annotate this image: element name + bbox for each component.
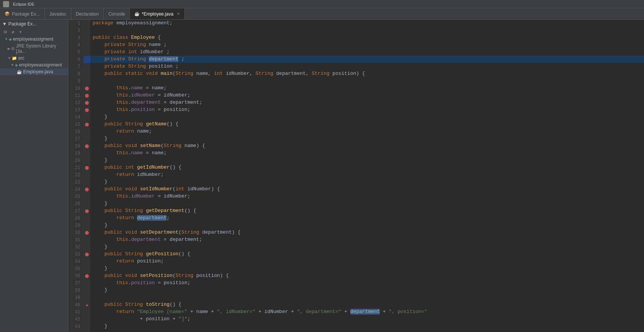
gutter-cell[interactable] [83, 20, 90, 27]
gutter-cell[interactable] [83, 330, 90, 332]
gutter-cell[interactable] [83, 142, 90, 150]
code-line[interactable]: return position; [90, 258, 644, 265]
sidebar-item-employee-java[interactable]: ☕ Employee.java [0, 68, 68, 75]
code-line[interactable]: } [90, 323, 644, 330]
gutter-cell[interactable] [83, 265, 90, 272]
code-line[interactable] [90, 330, 644, 332]
gutter-cell[interactable] [83, 193, 90, 200]
gutter-cell[interactable] [83, 280, 90, 287]
gutter-cell[interactable]: ▲ [83, 301, 90, 308]
gutter-cell[interactable] [83, 251, 90, 258]
sidebar-item-employeeassignment-root[interactable]: ▼ ◈ employeeassigment [0, 36, 68, 43]
code-line[interactable]: this.department = department; [90, 236, 644, 243]
gutter-cell[interactable] [83, 323, 90, 330]
code-line[interactable]: this.position = position; [90, 280, 644, 287]
gutter-cell[interactable] [83, 207, 90, 215]
sidebar-item-src[interactable]: ▼ 📁 src [0, 55, 68, 62]
sidebar-item-jre[interactable]: ▶ ⚙ JRE System Library [Ja... [0, 43, 68, 55]
gutter-cell[interactable] [83, 70, 90, 77]
code-line[interactable]: this.idNumber = idNumber; [90, 193, 644, 200]
gutter-cell[interactable] [83, 41, 90, 49]
gutter-cell[interactable] [83, 56, 90, 63]
code-line[interactable]: public String getPosition() { [90, 251, 644, 258]
gutter-cell[interactable] [83, 34, 90, 41]
tab-close-icon[interactable]: ✕ [177, 12, 180, 16]
code-line[interactable]: return department; [90, 215, 644, 222]
gutter-cell[interactable] [83, 236, 90, 243]
code-line[interactable]: public void setPosition(String position)… [90, 272, 644, 280]
code-line[interactable]: this.name = name; [90, 150, 644, 157]
sidebar-menu-button[interactable]: ▾ [17, 29, 24, 35]
tab-declaration[interactable]: Declaration [71, 8, 104, 19]
gutter-cell[interactable] [83, 121, 90, 128]
gutter-cell[interactable] [83, 85, 90, 92]
gutter-cell[interactable] [83, 157, 90, 164]
gutter-cell[interactable] [83, 200, 90, 207]
code-line[interactable]: return idNumber; [90, 171, 644, 179]
code-line[interactable]: private String position ; [90, 63, 644, 70]
code-line[interactable]: public static void main(String name, int… [90, 70, 644, 77]
code-line[interactable]: public String getName() { [90, 121, 644, 128]
gutter-cell[interactable] [83, 171, 90, 179]
code-line[interactable]: package employeeassignment; [90, 20, 644, 27]
collapse-all-button[interactable]: ⊟ [2, 29, 8, 35]
code-line[interactable]: this.department = department; [90, 99, 644, 106]
code-line[interactable] [90, 27, 644, 34]
code-line[interactable]: } [90, 243, 644, 251]
gutter-cell[interactable] [83, 150, 90, 157]
code-line[interactable]: } [90, 114, 644, 121]
code-line[interactable]: } [90, 265, 644, 272]
code-line[interactable]: this.name = name; [90, 85, 644, 92]
gutter-cell[interactable] [83, 92, 90, 99]
code-line[interactable]: this.idNumber = idNumber; [90, 92, 644, 99]
gutter-cell[interactable] [83, 99, 90, 106]
gutter-cell[interactable] [83, 49, 90, 56]
code-line[interactable]: private String department ; [90, 56, 644, 63]
code-line[interactable]: private String name ; [90, 41, 644, 49]
code-line[interactable] [90, 294, 644, 301]
code-line[interactable] [90, 77, 644, 85]
code-editor[interactable]: 1package employeeassignment;2 3public cl… [68, 20, 644, 332]
code-line[interactable]: public class Employee { [90, 34, 644, 41]
code-line[interactable]: public void setName(String name) { [90, 142, 644, 150]
code-line[interactable]: public String toString() { [90, 301, 644, 308]
gutter-cell[interactable] [83, 135, 90, 142]
gutter-cell[interactable] [83, 229, 90, 236]
code-line[interactable]: } [90, 200, 644, 207]
gutter-cell[interactable] [83, 222, 90, 229]
sidebar-header[interactable]: ▼ Package Ex... [0, 20, 68, 28]
code-line[interactable]: } [90, 179, 644, 186]
gutter-cell[interactable] [83, 106, 90, 114]
gutter-cell[interactable] [83, 272, 90, 280]
code-line[interactable]: return name; [90, 128, 644, 135]
tab-console[interactable]: Console [104, 8, 130, 19]
code-line[interactable]: } [90, 222, 644, 229]
code-line[interactable]: return "Employee [name=" + name + ", idN… [90, 308, 644, 316]
tab-employee-java[interactable]: ☕ *Employee.java ✕ [130, 8, 184, 19]
sidebar-item-pkg[interactable]: ▼ ◈ employeeassignment [0, 62, 68, 68]
gutter-cell[interactable] [83, 164, 90, 171]
gutter-cell[interactable] [83, 294, 90, 301]
code-line[interactable]: private int idNumber ; [90, 49, 644, 56]
code-line[interactable]: + position + "]"; [90, 316, 644, 323]
gutter-cell[interactable] [83, 186, 90, 193]
code-line[interactable]: } [90, 157, 644, 164]
code-line[interactable]: public String getDepartment() { [90, 207, 644, 215]
tab-package-explorer[interactable]: 📦 Package Ex... [0, 8, 45, 19]
gutter-cell[interactable] [83, 179, 90, 186]
tab-javadoc[interactable]: Javadoc [45, 8, 71, 19]
code-line[interactable]: public int getIdNumber() { [90, 164, 644, 171]
gutter-cell[interactable] [83, 308, 90, 316]
gutter-cell[interactable] [83, 258, 90, 265]
code-line[interactable]: public void setIdNumber(int idNumber) { [90, 186, 644, 193]
gutter-cell[interactable] [83, 316, 90, 323]
gutter-cell[interactable] [83, 287, 90, 294]
gutter-cell[interactable] [83, 63, 90, 70]
code-line[interactable]: public void setDepartment(String departm… [90, 229, 644, 236]
code-line[interactable]: this.position = position; [90, 106, 644, 114]
link-editor-button[interactable]: ⇄ [10, 29, 16, 35]
code-line[interactable]: } [90, 287, 644, 294]
gutter-cell[interactable] [83, 77, 90, 85]
code-line[interactable]: } [90, 135, 644, 142]
gutter-cell[interactable] [83, 114, 90, 121]
